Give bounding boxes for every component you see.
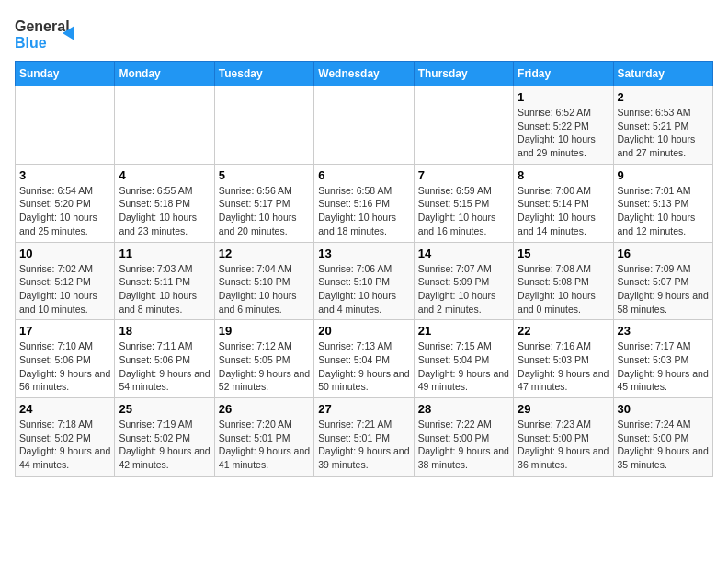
day-info: Sunrise: 7:08 AM Sunset: 5:08 PM Dayligh… (518, 262, 609, 316)
calendar-day-cell: 30Sunrise: 7:24 AM Sunset: 5:00 PM Dayli… (613, 398, 712, 477)
day-info: Sunrise: 7:24 AM Sunset: 5:00 PM Dayligh… (618, 418, 709, 472)
day-number: 17 (19, 324, 110, 338)
calendar-day-cell: 2Sunrise: 6:53 AM Sunset: 5:21 PM Daylig… (613, 86, 712, 165)
day-info: Sunrise: 6:55 AM Sunset: 5:18 PM Dayligh… (119, 184, 210, 238)
calendar-week-row: 10Sunrise: 7:02 AM Sunset: 5:12 PM Dayli… (16, 242, 713, 320)
day-number: 26 (219, 402, 310, 416)
day-info: Sunrise: 7:18 AM Sunset: 5:02 PM Dayligh… (19, 418, 110, 472)
day-info: Sunrise: 6:53 AM Sunset: 5:21 PM Dayligh… (618, 106, 709, 160)
calendar-day-cell: 5Sunrise: 6:56 AM Sunset: 5:17 PM Daylig… (214, 164, 313, 242)
day-number: 8 (518, 168, 609, 182)
day-of-week-header: Sunday (16, 62, 115, 86)
day-info: Sunrise: 7:22 AM Sunset: 5:00 PM Dayligh… (418, 418, 509, 472)
day-info: Sunrise: 6:54 AM Sunset: 5:20 PM Dayligh… (19, 184, 110, 238)
day-number: 29 (518, 402, 609, 416)
calendar-day-cell: 25Sunrise: 7:19 AM Sunset: 5:02 PM Dayli… (115, 398, 214, 477)
calendar-week-row: 24Sunrise: 7:18 AM Sunset: 5:02 PM Dayli… (16, 398, 713, 477)
calendar-day-cell: 8Sunrise: 7:00 AM Sunset: 5:14 PM Daylig… (514, 164, 613, 242)
day-of-week-header: Friday (514, 62, 613, 86)
day-number: 25 (119, 402, 210, 416)
day-number: 23 (618, 324, 709, 338)
day-number: 4 (119, 168, 210, 182)
day-info: Sunrise: 7:01 AM Sunset: 5:13 PM Dayligh… (618, 184, 709, 238)
day-number: 15 (518, 247, 609, 260)
calendar-day-cell: 14Sunrise: 7:07 AM Sunset: 5:09 PM Dayli… (414, 242, 513, 320)
day-info: Sunrise: 7:04 AM Sunset: 5:10 PM Dayligh… (219, 262, 310, 316)
calendar-day-cell: 22Sunrise: 7:16 AM Sunset: 5:03 PM Dayli… (514, 320, 613, 398)
day-number: 12 (219, 247, 310, 260)
day-info: Sunrise: 7:23 AM Sunset: 5:00 PM Dayligh… (518, 418, 609, 472)
day-of-week-header: Monday (115, 62, 214, 86)
day-info: Sunrise: 6:59 AM Sunset: 5:15 PM Dayligh… (418, 184, 509, 238)
day-number: 10 (19, 247, 110, 260)
day-info: Sunrise: 6:56 AM Sunset: 5:17 PM Dayligh… (219, 184, 310, 238)
calendar-table: SundayMondayTuesdayWednesdayThursdayFrid… (15, 61, 713, 477)
calendar-day-cell: 1Sunrise: 6:52 AM Sunset: 5:22 PM Daylig… (514, 86, 613, 165)
day-number: 28 (418, 402, 509, 416)
calendar-day-cell (16, 86, 115, 165)
day-of-week-header: Saturday (613, 62, 712, 86)
day-info: Sunrise: 7:06 AM Sunset: 5:10 PM Dayligh… (318, 262, 409, 316)
day-of-week-header: Thursday (414, 62, 513, 86)
day-number: 14 (418, 247, 509, 260)
day-info: Sunrise: 7:13 AM Sunset: 5:04 PM Dayligh… (318, 339, 409, 394)
calendar-day-cell: 17Sunrise: 7:10 AM Sunset: 5:06 PM Dayli… (16, 320, 115, 398)
day-number: 1 (518, 90, 609, 104)
calendar-day-cell: 9Sunrise: 7:01 AM Sunset: 5:13 PM Daylig… (613, 164, 712, 242)
svg-text:Blue: Blue (15, 35, 47, 51)
logo: GeneralBlue (15, 15, 79, 53)
day-number: 18 (119, 324, 210, 338)
calendar-day-cell: 28Sunrise: 7:22 AM Sunset: 5:00 PM Dayli… (414, 398, 513, 477)
calendar-day-cell: 3Sunrise: 6:54 AM Sunset: 5:20 PM Daylig… (16, 164, 115, 242)
day-info: Sunrise: 7:10 AM Sunset: 5:06 PM Dayligh… (19, 339, 110, 394)
day-number: 27 (318, 402, 409, 416)
calendar-day-cell: 10Sunrise: 7:02 AM Sunset: 5:12 PM Dayli… (16, 242, 115, 320)
day-number: 3 (19, 168, 110, 182)
calendar-day-cell: 16Sunrise: 7:09 AM Sunset: 5:07 PM Dayli… (613, 242, 712, 320)
day-info: Sunrise: 7:09 AM Sunset: 5:07 PM Dayligh… (618, 262, 709, 316)
day-number: 24 (19, 402, 110, 416)
calendar-day-cell: 26Sunrise: 7:20 AM Sunset: 5:01 PM Dayli… (214, 398, 313, 477)
calendar-day-cell: 11Sunrise: 7:03 AM Sunset: 5:11 PM Dayli… (115, 242, 214, 320)
day-number: 19 (219, 324, 310, 338)
day-number: 11 (119, 247, 210, 260)
svg-text:General: General (15, 18, 70, 34)
day-number: 2 (618, 90, 709, 104)
day-info: Sunrise: 7:16 AM Sunset: 5:03 PM Dayligh… (518, 339, 609, 394)
day-info: Sunrise: 7:11 AM Sunset: 5:06 PM Dayligh… (119, 339, 210, 394)
calendar-day-cell: 12Sunrise: 7:04 AM Sunset: 5:10 PM Dayli… (214, 242, 313, 320)
day-info: Sunrise: 7:00 AM Sunset: 5:14 PM Dayligh… (518, 184, 609, 238)
calendar-day-cell (214, 86, 313, 165)
day-number: 22 (518, 324, 609, 338)
calendar-day-cell: 21Sunrise: 7:15 AM Sunset: 5:04 PM Dayli… (414, 320, 513, 398)
calendar-week-row: 3Sunrise: 6:54 AM Sunset: 5:20 PM Daylig… (16, 164, 713, 242)
calendar-day-cell: 4Sunrise: 6:55 AM Sunset: 5:18 PM Daylig… (115, 164, 214, 242)
day-number: 6 (318, 168, 409, 182)
day-info: Sunrise: 7:21 AM Sunset: 5:01 PM Dayligh… (318, 418, 409, 472)
day-info: Sunrise: 7:20 AM Sunset: 5:01 PM Dayligh… (219, 418, 310, 472)
calendar-day-cell: 13Sunrise: 7:06 AM Sunset: 5:10 PM Dayli… (314, 242, 414, 320)
day-number: 7 (418, 168, 509, 182)
calendar-week-row: 17Sunrise: 7:10 AM Sunset: 5:06 PM Dayli… (16, 320, 713, 398)
day-info: Sunrise: 7:12 AM Sunset: 5:05 PM Dayligh… (219, 339, 310, 394)
calendar-day-cell: 7Sunrise: 6:59 AM Sunset: 5:15 PM Daylig… (414, 164, 513, 242)
day-info: Sunrise: 7:17 AM Sunset: 5:03 PM Dayligh… (618, 339, 709, 394)
day-number: 9 (618, 168, 709, 182)
calendar-body: 1Sunrise: 6:52 AM Sunset: 5:22 PM Daylig… (16, 86, 713, 477)
day-number: 20 (318, 324, 409, 338)
day-info: Sunrise: 7:07 AM Sunset: 5:09 PM Dayligh… (418, 262, 509, 316)
calendar-day-cell: 15Sunrise: 7:08 AM Sunset: 5:08 PM Dayli… (514, 242, 613, 320)
calendar-day-cell: 23Sunrise: 7:17 AM Sunset: 5:03 PM Dayli… (613, 320, 712, 398)
day-number: 13 (318, 247, 409, 260)
calendar-day-cell (115, 86, 214, 165)
calendar-day-cell: 18Sunrise: 7:11 AM Sunset: 5:06 PM Dayli… (115, 320, 214, 398)
calendar-day-cell: 27Sunrise: 7:21 AM Sunset: 5:01 PM Dayli… (314, 398, 414, 477)
day-number: 30 (618, 402, 709, 416)
calendar-week-row: 1Sunrise: 6:52 AM Sunset: 5:22 PM Daylig… (16, 86, 713, 165)
calendar-day-cell (414, 86, 513, 165)
calendar-day-cell: 20Sunrise: 7:13 AM Sunset: 5:04 PM Dayli… (314, 320, 414, 398)
day-info: Sunrise: 7:19 AM Sunset: 5:02 PM Dayligh… (119, 418, 210, 472)
calendar-day-cell (314, 86, 414, 165)
day-of-week-header: Tuesday (214, 62, 313, 86)
logo-icon: GeneralBlue (15, 15, 79, 53)
